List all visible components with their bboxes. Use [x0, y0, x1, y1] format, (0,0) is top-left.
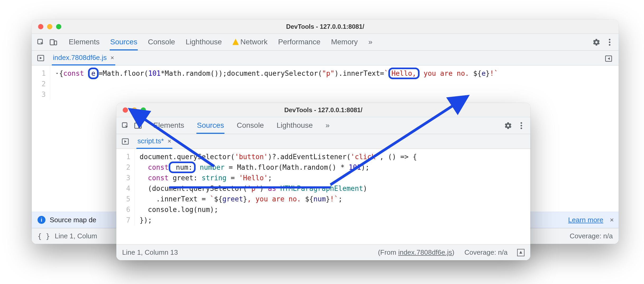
svg-point-12 — [521, 125, 522, 126]
cursor-position: Line 1, Colum — [55, 232, 97, 240]
inspect-element-icon[interactable] — [120, 120, 131, 131]
tab-sources[interactable]: Sources — [196, 117, 225, 134]
line-number: 3 — [32, 89, 46, 100]
more-tabs-icon[interactable]: » — [368, 34, 373, 50]
minimize-window-button[interactable] — [47, 24, 52, 29]
svg-point-4 — [609, 41, 610, 43]
close-window-button[interactable] — [38, 24, 43, 29]
cursor-position: Line 1, Column 13 — [122, 248, 178, 257]
line-number: 2 — [116, 162, 130, 173]
svg-rect-9 — [135, 123, 139, 128]
device-toolbar-icon[interactable] — [48, 37, 59, 48]
svg-point-3 — [609, 39, 610, 40]
coverage-label: Coverage: n/a — [464, 248, 508, 257]
learn-more-link[interactable]: Learn more — [568, 216, 603, 224]
source-map-origin: (From index.7808df6e.js) — [378, 248, 454, 257]
window-title: DevTools - 127.0.0.1:8081/ — [32, 23, 619, 30]
panel-tab-bar: Elements Sources Console Lighthouse » — [116, 117, 530, 134]
line-number: 6 — [116, 204, 130, 215]
zoom-window-button[interactable] — [56, 24, 61, 29]
window-title: DevTools - 127.0.0.1:8081/ — [116, 106, 530, 114]
file-tab[interactable]: index.7808df6e.js × — [52, 50, 115, 65]
titlebar: DevTools - 127.0.0.1:8081/ — [116, 103, 530, 117]
settings-icon[interactable] — [503, 120, 513, 131]
expand-up-icon[interactable]: ▲ — [517, 249, 525, 256]
line-number: 1 — [116, 152, 130, 162]
line-gutter: 1 2 3 — [32, 65, 50, 100]
navigator-toggle-icon[interactable] — [120, 136, 131, 147]
file-tab[interactable]: script.ts* × — [136, 134, 172, 149]
tab-lighthouse[interactable]: Lighthouse — [185, 34, 222, 50]
tab-console[interactable]: Console — [147, 34, 176, 50]
svg-rect-1 — [50, 40, 54, 45]
coverage-label: Coverage: n/a — [570, 232, 613, 240]
file-tab-label: script.ts* — [137, 137, 164, 145]
highlight-pill: num: — [169, 162, 196, 173]
window-controls — [116, 107, 146, 113]
debugger-toggle-icon[interactable] — [603, 53, 614, 64]
highlight-pill: e — [88, 68, 99, 79]
code-editor[interactable]: 1 2 3 4 5 6 7 document.querySelector('bu… — [116, 149, 530, 225]
tab-elements[interactable]: Elements — [153, 117, 185, 134]
svg-point-11 — [521, 122, 522, 124]
settings-icon[interactable] — [591, 37, 602, 48]
inspect-element-icon[interactable] — [35, 37, 46, 48]
tab-sources[interactable]: Sources — [110, 34, 138, 50]
panel-tab-bar: Elements Sources Console Lighthouse Netw… — [32, 34, 619, 51]
close-window-button[interactable] — [123, 107, 128, 113]
window-controls — [32, 24, 61, 29]
tab-console[interactable]: Console — [236, 117, 264, 134]
tab-network-label: Network — [240, 38, 268, 46]
line-number: 1 — [32, 68, 46, 79]
file-tab-bar: script.ts* × — [116, 134, 530, 149]
code-content: document.querySelector('button')?.addEve… — [135, 149, 417, 225]
svg-rect-10 — [139, 124, 141, 128]
info-icon: i — [38, 216, 45, 224]
file-tab-bar: index.7808df6e.js × — [32, 51, 619, 65]
dismiss-info-icon[interactable]: × — [610, 216, 614, 224]
pretty-print-icon[interactable]: { } — [38, 232, 50, 240]
code-content: ·{const e=Math.floor(101*Math.random());… — [50, 65, 498, 100]
kebab-menu-icon[interactable] — [516, 120, 527, 131]
tab-memory[interactable]: Memory — [330, 34, 358, 50]
code-editor[interactable]: 1 2 3 ·{const e=Math.floor(101*Math.rand… — [32, 65, 619, 100]
tab-elements[interactable]: Elements — [68, 34, 100, 50]
kebab-menu-icon[interactable] — [604, 37, 615, 48]
info-text: Source map de — [50, 216, 96, 224]
tab-network[interactable]: Network — [232, 34, 268, 50]
zoom-window-button[interactable] — [141, 107, 146, 113]
tab-lighthouse[interactable]: Lighthouse — [276, 117, 313, 134]
line-number: 4 — [116, 183, 130, 194]
svg-rect-2 — [54, 41, 57, 45]
close-tab-icon[interactable]: × — [111, 54, 114, 61]
warning-icon — [232, 39, 239, 45]
devtools-window-front: DevTools - 127.0.0.1:8081/ Elements Sour… — [116, 103, 530, 260]
highlight-pill: Hello, — [388, 68, 420, 79]
line-gutter: 1 2 3 4 5 6 7 — [116, 149, 135, 225]
origin-file-link[interactable]: index.7808df6e.js — [398, 248, 452, 256]
navigator-toggle-icon[interactable] — [35, 53, 46, 63]
file-tab-label: index.7808df6e.js — [53, 54, 107, 62]
more-tabs-icon[interactable]: » — [325, 117, 330, 134]
svg-point-5 — [609, 44, 610, 46]
device-toolbar-icon[interactable] — [133, 120, 143, 131]
svg-point-13 — [521, 127, 522, 129]
line-number: 7 — [116, 215, 130, 225]
minimize-window-button[interactable] — [132, 107, 137, 113]
line-number: 5 — [116, 194, 130, 204]
line-number: 2 — [32, 79, 46, 89]
titlebar: DevTools - 127.0.0.1:8081/ — [32, 20, 619, 34]
status-bar: Line 1, Column 13 (From index.7808df6e.j… — [116, 244, 530, 260]
line-number: 3 — [116, 173, 130, 183]
close-tab-icon[interactable]: × — [168, 138, 171, 145]
tab-performance[interactable]: Performance — [278, 34, 321, 50]
